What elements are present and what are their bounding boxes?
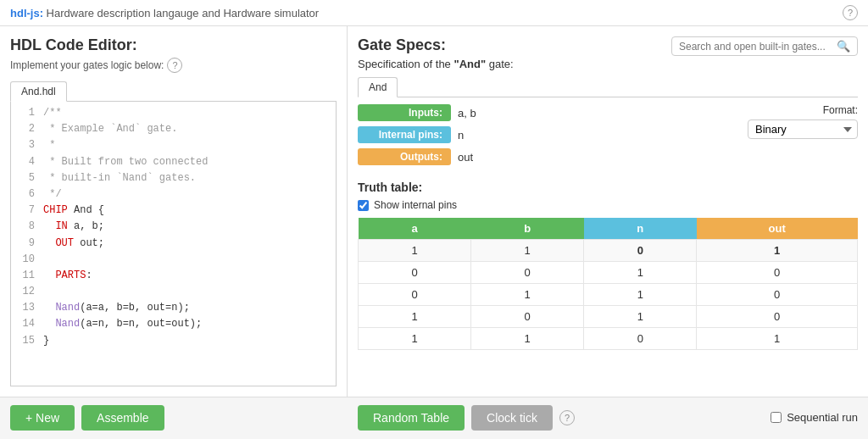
- outputs-value: out: [458, 151, 473, 164]
- table-row: 1101: [359, 240, 858, 262]
- format-select[interactable]: Binary Decimal Hex: [748, 119, 858, 139]
- code-line: 6 */: [11, 186, 336, 203]
- sequential-row: Sequential run: [771, 411, 858, 424]
- left-panel-title: HDL Code Editor:: [10, 36, 337, 54]
- code-line: 3 *: [11, 137, 336, 153]
- truth-table-title: Truth table:: [358, 181, 858, 194]
- table-cell-a: 0: [359, 284, 471, 306]
- search-input[interactable]: [679, 41, 833, 53]
- code-line: 14 Nand(a=n, b=n, out=out);: [11, 316, 336, 332]
- format-label: Format:: [823, 104, 858, 116]
- random-table-button[interactable]: Random Table: [358, 405, 465, 431]
- clock-tick-button[interactable]: Clock tick: [471, 405, 553, 431]
- code-line: 11 PARTS:: [11, 268, 336, 284]
- table-cell-b: 0: [471, 262, 584, 284]
- app-title: hdl-js: Hardware description langauge an…: [10, 7, 319, 19]
- show-internal-checkbox[interactable]: [358, 200, 369, 211]
- bottom-help-icon[interactable]: ?: [559, 410, 575, 425]
- code-tab-bar: And.hdl: [10, 81, 337, 102]
- code-line: 2 * Example `And` gate.: [11, 121, 336, 137]
- table-cell-out: 0: [697, 306, 858, 328]
- table-cell-b: 1: [471, 284, 584, 306]
- table-cell-out: 1: [697, 328, 858, 350]
- internal-pins-value: n: [458, 129, 464, 142]
- table-cell-b: 0: [471, 306, 584, 328]
- pin-section: Inputs: a, b Internal pins: n Outputs: o…: [358, 104, 476, 170]
- new-button[interactable]: + New: [10, 405, 75, 431]
- code-line: 1/**: [11, 105, 336, 121]
- table-cell-n: 1: [584, 306, 697, 328]
- code-line: 9 OUT out;: [11, 236, 336, 252]
- app-title-link[interactable]: hdl-js:: [10, 7, 43, 19]
- code-line: 12: [11, 284, 336, 300]
- code-line: 5 * built-in `Nand` gates.: [11, 170, 336, 186]
- show-internal-label: Show internal pins: [374, 199, 457, 211]
- table-cell-out: 0: [697, 284, 858, 306]
- table-header-a: a: [359, 218, 471, 240]
- top-help-icon[interactable]: ?: [843, 5, 858, 20]
- table-cell-a: 1: [359, 240, 471, 262]
- table-cell-a: 1: [359, 328, 471, 350]
- code-line: 8 IN a, b;: [11, 219, 336, 235]
- format-row: Format: Binary Decimal Hex: [748, 104, 858, 139]
- table-header-b: b: [471, 218, 584, 240]
- table-header-out: out: [697, 218, 858, 240]
- table-cell-a: 0: [359, 262, 471, 284]
- truth-table: abnout 11010010011010101101: [358, 218, 858, 350]
- main-layout: HDL Code Editor: Implement your gates lo…: [0, 26, 868, 397]
- table-cell-b: 1: [471, 240, 584, 262]
- table-cell-a: 1: [359, 306, 471, 328]
- outputs-label: Outputs:: [358, 148, 451, 165]
- code-line: 15}: [11, 333, 336, 349]
- assemble-button[interactable]: Assemble: [81, 405, 164, 431]
- table-cell-n: 0: [584, 328, 697, 350]
- sequential-label: Sequential run: [787, 411, 858, 424]
- left-actions: + New Assemble: [10, 405, 358, 431]
- left-panel: HDL Code Editor: Implement your gates lo…: [0, 26, 348, 397]
- right-actions: Random Table Clock tick ? Sequential run: [358, 405, 858, 431]
- table-row: 1101: [359, 328, 858, 350]
- pins-format-area: Inputs: a, b Internal pins: n Outputs: o…: [358, 104, 858, 177]
- show-internal-row: Show internal pins: [358, 199, 858, 211]
- table-header-n: n: [584, 218, 697, 240]
- subtitle-help-icon[interactable]: ?: [167, 58, 182, 73]
- table-row: 1010: [359, 306, 858, 328]
- tab-and[interactable]: And: [358, 77, 398, 97]
- gate-spec-label: Specification of the "And" gate:: [358, 58, 514, 70]
- table-cell-n: 1: [584, 262, 697, 284]
- inputs-value: a, b: [458, 107, 476, 119]
- search-icon: 🔍: [837, 40, 850, 53]
- right-panel-title: Gate Specs:: [358, 36, 514, 54]
- code-line: 7CHIP And {: [11, 203, 336, 219]
- code-line: 10: [11, 252, 336, 268]
- sequential-checkbox[interactable]: [771, 412, 782, 423]
- search-box[interactable]: 🔍: [671, 36, 858, 56]
- table-row: 0110: [359, 284, 858, 306]
- gate-tab-bar: And: [358, 77, 858, 97]
- left-panel-subtitle: Implement your gates logic below: ?: [10, 58, 337, 73]
- bottom-bar: + New Assemble Random Table Clock tick ?…: [0, 397, 868, 437]
- table-cell-out: 0: [697, 262, 858, 284]
- table-cell-n: 0: [584, 240, 697, 262]
- tab-and-hdl[interactable]: And.hdl: [10, 81, 67, 102]
- right-header-left: Gate Specs: Specification of the "And" g…: [358, 36, 514, 70]
- outputs-pin-row: Outputs: out: [358, 148, 476, 165]
- right-header: Gate Specs: Specification of the "And" g…: [358, 36, 858, 70]
- internal-pins-label: Internal pins:: [358, 126, 451, 143]
- right-panel: Gate Specs: Specification of the "And" g…: [348, 26, 868, 397]
- inputs-pin-row: Inputs: a, b: [358, 104, 476, 121]
- table-row: 0010: [359, 262, 858, 284]
- inputs-label: Inputs:: [358, 104, 451, 121]
- table-cell-out: 1: [697, 240, 858, 262]
- table-cell-n: 1: [584, 284, 697, 306]
- code-line: 13 Nand(a=a, b=b, out=n);: [11, 300, 336, 316]
- code-editor[interactable]: 1/**2 * Example `And` gate.3 *4 * Built …: [10, 102, 337, 386]
- code-line: 4 * Built from two connected: [11, 154, 336, 170]
- internal-pins-row: Internal pins: n: [358, 126, 476, 143]
- truth-table-section: Truth table: Show internal pins abnout 1…: [358, 181, 858, 350]
- top-bar: hdl-js: Hardware description langauge an…: [0, 0, 868, 26]
- table-cell-b: 1: [471, 328, 584, 350]
